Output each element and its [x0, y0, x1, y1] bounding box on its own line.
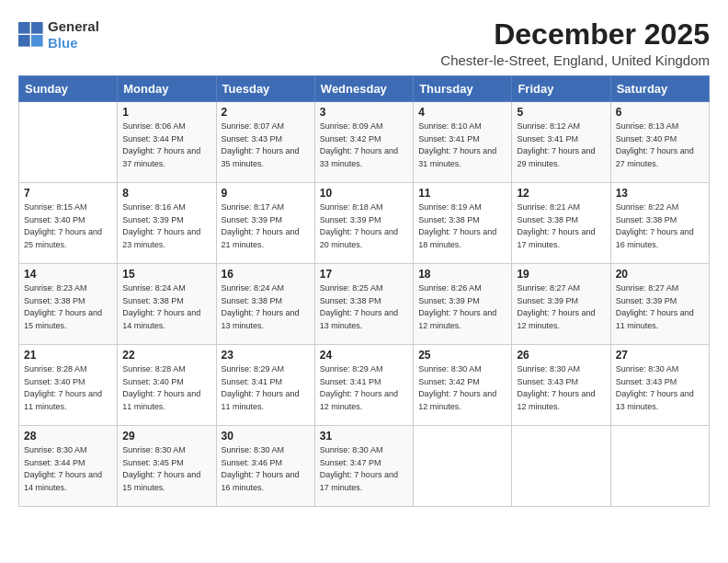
calendar-cell: 10Sunrise: 8:18 AMSunset: 3:39 PMDayligh…	[314, 183, 413, 264]
calendar-cell: 13Sunrise: 8:22 AMSunset: 3:38 PMDayligh…	[610, 183, 709, 264]
day-number: 28	[24, 430, 112, 442]
calendar-cell: 6Sunrise: 8:13 AMSunset: 3:40 PMDaylight…	[610, 102, 709, 183]
day-info: Sunrise: 8:13 AMSunset: 3:40 PMDaylight:…	[616, 121, 704, 170]
header-day-saturday: Saturday	[610, 76, 709, 102]
calendar-cell: 22Sunrise: 8:28 AMSunset: 3:40 PMDayligh…	[118, 345, 216, 426]
day-number: 31	[320, 430, 408, 442]
day-info: Sunrise: 8:30 AMSunset: 3:44 PMDaylight:…	[24, 444, 112, 494]
day-number: 23	[222, 349, 310, 362]
week-row-2: 14Sunrise: 8:23 AMSunset: 3:38 PMDayligh…	[19, 264, 710, 345]
svg-rect-0	[18, 22, 30, 34]
day-number: 30	[222, 430, 310, 442]
logo: General Blue	[18, 18, 99, 52]
header-day-friday: Friday	[512, 76, 610, 102]
day-info: Sunrise: 8:15 AMSunset: 3:40 PMDaylight:…	[24, 201, 112, 251]
day-info: Sunrise: 8:12 AMSunset: 3:41 PMDaylight:…	[517, 121, 605, 170]
day-info: Sunrise: 8:30 AMSunset: 3:43 PMDaylight:…	[616, 363, 704, 413]
svg-rect-2	[18, 35, 30, 47]
day-number: 16	[222, 268, 310, 281]
calendar-cell: 9Sunrise: 8:17 AMSunset: 3:39 PMDaylight…	[216, 183, 314, 264]
day-number: 5	[517, 106, 605, 119]
day-number: 24	[320, 349, 408, 362]
calendar-cell	[19, 102, 118, 183]
header-day-wednesday: Wednesday	[314, 76, 413, 102]
calendar-cell: 8Sunrise: 8:16 AMSunset: 3:39 PMDaylight…	[118, 183, 216, 264]
day-info: Sunrise: 8:29 AMSunset: 3:41 PMDaylight:…	[222, 363, 310, 413]
calendar-cell: 24Sunrise: 8:29 AMSunset: 3:41 PMDayligh…	[314, 345, 413, 426]
day-info: Sunrise: 8:06 AMSunset: 3:44 PMDaylight:…	[122, 121, 210, 170]
calendar-cell: 17Sunrise: 8:25 AMSunset: 3:38 PMDayligh…	[314, 264, 413, 345]
day-info: Sunrise: 8:18 AMSunset: 3:39 PMDaylight:…	[320, 201, 408, 251]
calendar-cell: 14Sunrise: 8:23 AMSunset: 3:38 PMDayligh…	[19, 264, 118, 345]
day-number: 26	[517, 349, 605, 362]
day-number: 21	[24, 349, 112, 362]
header-row: SundayMondayTuesdayWednesdayThursdayFrid…	[19, 76, 710, 102]
day-info: Sunrise: 8:27 AMSunset: 3:39 PMDaylight:…	[616, 282, 704, 332]
calendar-cell: 4Sunrise: 8:10 AMSunset: 3:41 PMDaylight…	[414, 102, 512, 183]
day-number: 9	[222, 187, 310, 200]
day-info: Sunrise: 8:25 AMSunset: 3:38 PMDaylight:…	[320, 282, 408, 332]
calendar-cell	[512, 426, 610, 507]
day-info: Sunrise: 8:22 AMSunset: 3:38 PMDaylight:…	[616, 201, 704, 251]
day-info: Sunrise: 8:28 AMSunset: 3:40 PMDaylight:…	[122, 363, 210, 413]
day-info: Sunrise: 8:21 AMSunset: 3:38 PMDaylight:…	[517, 201, 605, 251]
calendar-cell: 18Sunrise: 8:26 AMSunset: 3:39 PMDayligh…	[414, 264, 512, 345]
calendar-table: SundayMondayTuesdayWednesdayThursdayFrid…	[18, 75, 710, 507]
day-number: 20	[616, 268, 704, 281]
day-number: 14	[24, 268, 112, 281]
header-day-sunday: Sunday	[19, 76, 118, 102]
calendar-cell: 19Sunrise: 8:27 AMSunset: 3:39 PMDayligh…	[512, 264, 610, 345]
calendar-cell: 26Sunrise: 8:30 AMSunset: 3:43 PMDayligh…	[512, 345, 610, 426]
header-day-monday: Monday	[118, 76, 216, 102]
day-info: Sunrise: 8:24 AMSunset: 3:38 PMDaylight:…	[222, 282, 310, 332]
calendar-cell: 23Sunrise: 8:29 AMSunset: 3:41 PMDayligh…	[216, 345, 314, 426]
day-number: 7	[24, 187, 112, 200]
day-number: 12	[517, 187, 605, 200]
calendar-cell: 30Sunrise: 8:30 AMSunset: 3:46 PMDayligh…	[216, 426, 314, 507]
calendar-cell: 21Sunrise: 8:28 AMSunset: 3:40 PMDayligh…	[19, 345, 118, 426]
calendar-cell: 3Sunrise: 8:09 AMSunset: 3:42 PMDaylight…	[314, 102, 413, 183]
day-number: 17	[320, 268, 408, 281]
day-info: Sunrise: 8:30 AMSunset: 3:47 PMDaylight:…	[320, 444, 408, 494]
svg-rect-1	[31, 22, 43, 34]
day-number: 8	[122, 187, 210, 200]
day-number: 6	[616, 106, 704, 119]
page-header: General Blue December 2025 Chester-le-St…	[18, 18, 710, 68]
day-number: 4	[418, 106, 506, 119]
week-row-0: 1Sunrise: 8:06 AMSunset: 3:44 PMDaylight…	[19, 102, 710, 183]
calendar-cell: 1Sunrise: 8:06 AMSunset: 3:44 PMDaylight…	[118, 102, 216, 183]
week-row-3: 21Sunrise: 8:28 AMSunset: 3:40 PMDayligh…	[19, 345, 710, 426]
day-info: Sunrise: 8:09 AMSunset: 3:42 PMDaylight:…	[320, 121, 408, 170]
calendar-cell: 5Sunrise: 8:12 AMSunset: 3:41 PMDaylight…	[512, 102, 610, 183]
day-number: 11	[418, 187, 506, 200]
calendar-cell: 29Sunrise: 8:30 AMSunset: 3:45 PMDayligh…	[118, 426, 216, 507]
day-info: Sunrise: 8:30 AMSunset: 3:43 PMDaylight:…	[517, 363, 605, 413]
header-day-tuesday: Tuesday	[216, 76, 314, 102]
calendar-cell: 28Sunrise: 8:30 AMSunset: 3:44 PMDayligh…	[19, 426, 118, 507]
day-info: Sunrise: 8:23 AMSunset: 3:38 PMDaylight:…	[24, 282, 112, 332]
calendar-cell: 27Sunrise: 8:30 AMSunset: 3:43 PMDayligh…	[610, 345, 709, 426]
calendar-cell: 7Sunrise: 8:15 AMSunset: 3:40 PMDaylight…	[19, 183, 118, 264]
day-number: 3	[320, 106, 408, 119]
calendar-cell: 12Sunrise: 8:21 AMSunset: 3:38 PMDayligh…	[512, 183, 610, 264]
day-info: Sunrise: 8:07 AMSunset: 3:43 PMDaylight:…	[222, 121, 310, 170]
day-info: Sunrise: 8:30 AMSunset: 3:42 PMDaylight:…	[418, 363, 506, 413]
day-info: Sunrise: 8:29 AMSunset: 3:41 PMDaylight:…	[320, 363, 408, 413]
day-info: Sunrise: 8:27 AMSunset: 3:39 PMDaylight:…	[517, 282, 605, 332]
calendar-cell: 16Sunrise: 8:24 AMSunset: 3:38 PMDayligh…	[216, 264, 314, 345]
calendar-subtitle: Chester-le-Street, England, United Kingd…	[440, 52, 710, 68]
day-info: Sunrise: 8:30 AMSunset: 3:45 PMDaylight:…	[122, 444, 210, 494]
day-number: 27	[616, 349, 704, 362]
week-row-4: 28Sunrise: 8:30 AMSunset: 3:44 PMDayligh…	[19, 426, 710, 507]
day-info: Sunrise: 8:19 AMSunset: 3:38 PMDaylight:…	[418, 201, 506, 251]
day-number: 18	[418, 268, 506, 281]
calendar-title: December 2025	[440, 18, 710, 51]
day-number: 10	[320, 187, 408, 200]
day-number: 22	[122, 349, 210, 362]
svg-rect-3	[31, 35, 43, 47]
day-number: 15	[122, 268, 210, 281]
day-number: 25	[418, 349, 506, 362]
day-info: Sunrise: 8:16 AMSunset: 3:39 PMDaylight:…	[122, 201, 210, 251]
calendar-cell: 25Sunrise: 8:30 AMSunset: 3:42 PMDayligh…	[414, 345, 512, 426]
day-number: 13	[616, 187, 704, 200]
